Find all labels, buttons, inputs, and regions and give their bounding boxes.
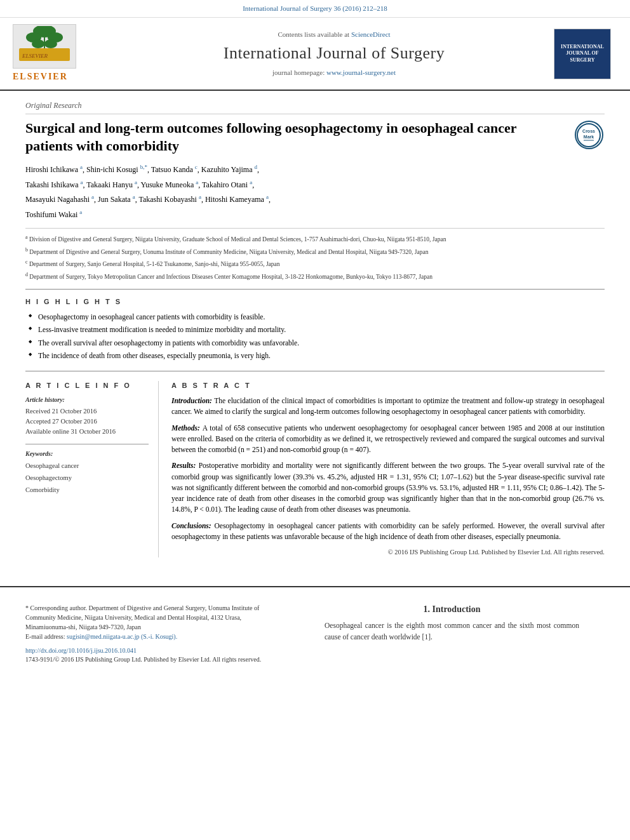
conclusions-label: Conclusions: bbox=[171, 522, 214, 530]
two-column-section: A R T I C L E I N F O Article history: R… bbox=[25, 381, 605, 557]
results-content: Postoperative morbidity and mortality we… bbox=[171, 462, 605, 513]
intro-heading: 1. Introduction bbox=[325, 603, 579, 616]
article-info-column: A R T I C L E I N F O Article history: R… bbox=[25, 381, 159, 557]
crossmark-icon: Cross Mark bbox=[575, 121, 603, 149]
abstract-results: Results: Postoperative morbidity and mor… bbox=[171, 460, 605, 515]
email-address: sugisin@med.niigata-u.ac.jp (S.-i. Kosug… bbox=[67, 633, 177, 640]
sciencedirect-line: Contents lists available at ScienceDirec… bbox=[114, 30, 554, 39]
homepage-link[interactable]: www.journal-surgery.net bbox=[326, 69, 396, 76]
affiliation-d: d Department of Surgery, Tokyo Metropoli… bbox=[25, 271, 605, 281]
abstract-copyright: © 2016 IJS Publishing Group Ltd. Publish… bbox=[171, 547, 605, 557]
homepage-line: journal homepage: www.journal-surgery.ne… bbox=[114, 68, 554, 77]
authors-line3: Masayuki Nagahashi a, Jun Sakata a, Taka… bbox=[25, 192, 605, 207]
sciencedirect-link[interactable]: ScienceDirect bbox=[351, 30, 391, 38]
elsevier-tree-image: ELSEVIER bbox=[13, 24, 76, 69]
highlights-label: H I G H L I G H T S bbox=[25, 297, 605, 307]
highlight-2: Less-invasive treatment modification is … bbox=[29, 324, 605, 335]
svg-point-6 bbox=[32, 39, 44, 48]
conclusions-content: Oesophagectomy in oesophageal cancer pat… bbox=[171, 522, 605, 540]
corresponding-star: * Corresponding author. bbox=[25, 604, 87, 611]
article-info-label: A R T I C L E I N F O bbox=[25, 381, 149, 390]
abstract-text: Introduction: The elucidation of the cli… bbox=[171, 396, 605, 557]
results-label: Results: bbox=[171, 462, 199, 469]
intro-content: The elucidation of the clinical impact o… bbox=[171, 397, 605, 415]
top-bar: International Journal of Surgery 36 (201… bbox=[0, 0, 630, 18]
email-label: E-mail address: bbox=[25, 633, 65, 640]
journal-title-display: International Journal of Surgery bbox=[114, 42, 554, 65]
keyword-1: Oesophageal cancer bbox=[25, 460, 149, 472]
sciencedirect-prefix: Contents lists available at bbox=[278, 30, 351, 38]
intro-body: Oesophageal cancer is the eighth most co… bbox=[325, 622, 579, 640]
journal-citation: International Journal of Surgery 36 (201… bbox=[243, 4, 387, 12]
affiliation-b: b Department of Digestive and General Su… bbox=[25, 246, 605, 257]
crossmark-container: Cross Mark bbox=[573, 119, 605, 151]
authors-section: Hiroshi Ichikawa a, Shin-ichi Kosugi b,*… bbox=[25, 162, 605, 222]
authors-line1: Hiroshi Ichikawa a, Shin-ichi Kosugi b,*… bbox=[25, 162, 605, 177]
svg-text:Mark: Mark bbox=[584, 135, 594, 139]
intro-label: Introduction: bbox=[171, 397, 214, 404]
article-title-section: Surgical and long-term outcomes followin… bbox=[25, 119, 605, 156]
intro-number: 1. bbox=[424, 604, 431, 614]
authors-line4: Toshifumi Wakai a bbox=[25, 207, 605, 222]
abstract-label: A B S T R A C T bbox=[171, 381, 605, 390]
journal-logo-right: INTERNATIONALJOURNAL OFSURGERY bbox=[554, 29, 617, 79]
bottom-separator bbox=[0, 586, 630, 587]
journal-logo-box: INTERNATIONALJOURNAL OFSURGERY bbox=[554, 29, 611, 79]
keywords-list: Oesophageal cancer Oesophagectomy Comorb… bbox=[25, 460, 149, 497]
corresponding-author-note: * Corresponding author. Department of Di… bbox=[25, 603, 280, 641]
issn-line: 1743-9191/© 2016 IJS Publishing Group Lt… bbox=[25, 655, 280, 664]
journal-header-center: Contents lists available at ScienceDirec… bbox=[114, 30, 554, 77]
intro-heading-text: Introduction bbox=[432, 604, 481, 614]
keyword-3: Comorbidity bbox=[25, 484, 149, 497]
highlight-3: The overall survival after oesophagectom… bbox=[29, 338, 605, 348]
highlights-section: H I G H L I G H T S Oesophagectomy in oe… bbox=[25, 289, 605, 371]
email-line: E-mail address: sugisin@med.niigata-u.ac… bbox=[25, 632, 280, 641]
abstract-column: A B S T R A C T Introduction: The elucid… bbox=[171, 381, 605, 557]
journal-logo-text: INTERNATIONALJOURNAL OFSURGERY bbox=[561, 44, 604, 63]
methods-label: Methods: bbox=[171, 424, 203, 432]
doi-line[interactable]: http://dx.doi.org/10.1016/j.ijsu.2016.10… bbox=[25, 646, 280, 655]
available-date: Available online 31 October 2016 bbox=[25, 427, 149, 437]
affiliation-c: c Department of Surgery, Sanjo General H… bbox=[25, 258, 605, 269]
corresponding-star-line: * Corresponding author. Department of Di… bbox=[25, 603, 280, 632]
affiliation-a: a Division of Digestive and General Surg… bbox=[25, 234, 605, 244]
elsevier-brand-text: ELSEVIER bbox=[13, 70, 68, 83]
info-divider bbox=[25, 444, 149, 444]
accepted-date: Accepted 27 October 2016 bbox=[25, 417, 149, 427]
article-type: Original Research bbox=[25, 100, 605, 114]
journal-header: ELSEVIER ELSEVIER Contents lists availab… bbox=[0, 18, 630, 91]
affiliations-section: a Division of Digestive and General Surg… bbox=[25, 228, 605, 281]
abstract-conclusions: Conclusions: Oesophagectomy in oesophage… bbox=[171, 521, 605, 543]
article-history-label: Article history: bbox=[25, 396, 149, 404]
article-title: Surgical and long-term outcomes followin… bbox=[25, 119, 573, 156]
keyword-2: Oesophagectomy bbox=[25, 472, 149, 484]
highlight-1: Oesophagectomy in oesophageal cancer pat… bbox=[29, 312, 605, 322]
footnote-right: 1. Introduction Oesophageal cancer is th… bbox=[299, 603, 605, 664]
article-history-section: Article history: Received 21 October 201… bbox=[25, 396, 149, 436]
authors-line2: Takashi Ishikawa a, Takaaki Hanyu a, Yus… bbox=[25, 177, 605, 192]
abstract-methods: Methods: A total of 658 consecutive pati… bbox=[171, 423, 605, 456]
elsevier-logo-section: ELSEVIER ELSEVIER bbox=[13, 24, 114, 83]
svg-text:ELSEVIER: ELSEVIER bbox=[22, 53, 48, 59]
highlight-4: The incidence of death from other diseas… bbox=[29, 350, 605, 361]
highlights-list: Oesophagectomy in oesophageal cancer pat… bbox=[25, 312, 605, 360]
abstract-intro: Introduction: The elucidation of the cli… bbox=[171, 396, 605, 418]
homepage-prefix: journal homepage: bbox=[272, 69, 326, 76]
footnote-section: * Corresponding author. Department of Di… bbox=[0, 597, 630, 670]
svg-text:Cross: Cross bbox=[582, 129, 595, 133]
footnote-left: * Corresponding author. Department of Di… bbox=[25, 603, 280, 664]
svg-point-7 bbox=[44, 39, 57, 48]
received-date: Received 21 October 2016 bbox=[25, 406, 149, 417]
keywords-label: Keywords: bbox=[25, 450, 149, 458]
intro-paragraph: Oesophageal cancer is the eighth most co… bbox=[325, 620, 579, 643]
keywords-section: Keywords: Oesophageal cancer Oesophagect… bbox=[25, 450, 149, 497]
methods-content: A total of 658 consecutive patients who … bbox=[171, 424, 605, 454]
